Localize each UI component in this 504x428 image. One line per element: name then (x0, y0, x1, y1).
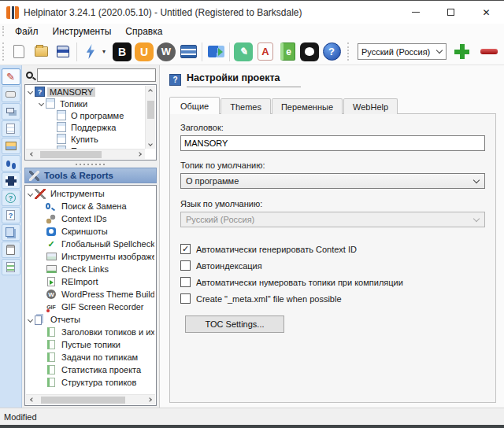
tab-documents[interactable] (2, 224, 20, 241)
splitter-handle[interactable] (22, 160, 159, 168)
minimize-button[interactable] (398, 1, 433, 24)
report-empty-topics[interactable]: Пустые топики (26, 338, 154, 351)
report-topic-tasks[interactable]: Задачи по типикам (26, 351, 154, 363)
tab-themes[interactable]: Themes (220, 98, 271, 114)
scroll-left-arrow[interactable] (26, 395, 36, 404)
tool-context-ids[interactable]: Context IDs (26, 212, 154, 225)
checkbox-unchecked[interactable] (180, 277, 191, 287)
compile-options-button[interactable]: ▾ (102, 41, 111, 63)
checkbox-autogen-context-id[interactable]: ✓ Автоматически генерировать Context ID (180, 244, 485, 254)
tab-keywords[interactable] (2, 86, 20, 102)
tab-video[interactable] (2, 172, 20, 189)
menu-tools[interactable]: Инструменты (46, 24, 119, 39)
epub-export-button[interactable]: e (276, 41, 298, 63)
checkbox-unchecked[interactable] (180, 260, 191, 271)
scroll-left-arrow[interactable] (26, 149, 36, 159)
menu-help[interactable]: Справка (118, 24, 169, 39)
tool-reimport[interactable]: REImport (26, 275, 154, 288)
windows-cascade-icon (6, 108, 14, 113)
tree-item-reports[interactable]: Отчеты (26, 313, 154, 326)
tool-gif-recorder[interactable]: GIF GIF Screen Recorder (26, 301, 154, 313)
compile-button[interactable] (80, 41, 102, 63)
report-topic-titles[interactable]: Заголовки топиков и их (26, 326, 154, 338)
tool-wp-theme-builder[interactable]: W WordPress Theme Builder (26, 288, 154, 301)
tab-variables[interactable]: Переменные (272, 98, 343, 114)
tab-edit[interactable]: ✎ (2, 68, 20, 85)
remove-language-button[interactable] (480, 49, 498, 54)
checkbox-unchecked[interactable] (180, 293, 191, 304)
menu-grip[interactable] (2, 26, 5, 36)
tool-image-tools[interactable]: Инструменты изображений (26, 250, 154, 263)
tab-images[interactable] (2, 138, 20, 154)
tab-clipboard[interactable] (2, 242, 20, 258)
tools-tree: Инструменты Поиск & Замена Context IDs С… (24, 185, 157, 406)
report-project-stats[interactable]: Статистика проекта (26, 363, 154, 376)
project-tree: ? MANSORY Топики О программе (24, 84, 157, 160)
chevron-down-icon[interactable] (26, 90, 35, 94)
tab-checklist[interactable] (2, 259, 20, 275)
tool-search-replace[interactable]: Поиск & Замена (26, 200, 154, 212)
toc-settings-button[interactable]: TOC Settings... (185, 315, 284, 333)
spellcheck-icon: ✓ (46, 239, 57, 249)
save-project-button[interactable] (52, 41, 74, 63)
tab-windows[interactable] (2, 103, 20, 120)
maximize-button[interactable] (433, 1, 469, 24)
vertical-scrollbar[interactable] (145, 86, 155, 149)
tool-screenshots[interactable]: Скриншоты (26, 225, 154, 238)
quill-export-button[interactable]: ✎ (232, 41, 254, 63)
search-input[interactable] (37, 68, 156, 82)
tab-webhelp[interactable]: WebHelp (343, 98, 398, 114)
close-button[interactable]: ✕ (469, 1, 504, 24)
tool-check-links[interactable]: Check Links (26, 263, 154, 275)
toolbar-grip[interactable] (347, 42, 350, 61)
github-export-button[interactable] (298, 41, 321, 63)
scroll-right-arrow[interactable] (135, 149, 145, 159)
scrollbar-thumb[interactable] (40, 151, 102, 158)
help-button[interactable]: ? (321, 41, 343, 63)
chevron-down-icon[interactable] (26, 192, 35, 196)
checkbox-create-meta-xml[interactable]: Create "_meta.xml" file when possible (180, 293, 485, 304)
scroll-up-arrow[interactable] (146, 86, 156, 95)
toolbar-grip[interactable] (2, 42, 5, 61)
checkbox-checked[interactable]: ✓ (180, 244, 191, 254)
window-title: Helpinator 3.24.1 (2020.05.10) - Untitle… (24, 7, 302, 18)
horizontal-scrollbar[interactable] (26, 394, 155, 404)
chevron-down-icon[interactable] (26, 318, 35, 322)
pdf-export-button[interactable]: A (254, 41, 276, 63)
add-language-button[interactable] (454, 44, 469, 59)
language-select[interactable]: Русский (Россия) (358, 43, 447, 60)
screenshots-icon (46, 227, 56, 236)
tab-quizzes[interactable]: ? (2, 207, 20, 223)
scrollbar-thumb[interactable] (41, 397, 126, 404)
scroll-right-arrow[interactable] (145, 395, 155, 404)
default-topic-select[interactable]: О программе (180, 173, 485, 189)
tree-item-support[interactable]: Поддержка (26, 121, 145, 133)
tree-item-topics[interactable]: Топики (26, 98, 145, 109)
scroll-down-arrow[interactable] (146, 139, 156, 149)
report-topic-structure[interactable]: Структура топиков (26, 376, 154, 389)
open-project-button[interactable] (30, 41, 52, 63)
scrollbar-thumb[interactable] (147, 101, 154, 120)
new-project-button[interactable] (8, 41, 30, 63)
horizontal-scrollbar[interactable] (26, 149, 145, 159)
checkbox-autoindex[interactable]: Автоиндексация (180, 260, 485, 271)
tab-general[interactable]: Общие (169, 97, 220, 114)
publish-button[interactable] (205, 41, 227, 63)
tab-faq[interactable]: ? (2, 190, 20, 206)
tab-notes[interactable] (2, 120, 20, 137)
b-export-button[interactable]: B (111, 41, 133, 63)
project-title-input[interactable] (180, 135, 485, 151)
tree-item-buy[interactable]: Купить (26, 133, 145, 145)
tree-item-mansory[interactable]: ? MANSORY (26, 86, 145, 98)
ucoz-export-button[interactable]: U (133, 41, 155, 63)
wordpress-export-button[interactable]: W (155, 41, 177, 63)
tool-spellcheck[interactable]: ✓ Глобальный Spellcheck (26, 238, 154, 250)
tab-step-guides[interactable] (2, 155, 20, 172)
knowledge-base-button[interactable] (177, 41, 199, 63)
topic-icon (57, 122, 66, 132)
menu-file[interactable]: Файл (8, 24, 46, 39)
tree-item-instruments[interactable]: Инструменты (26, 187, 154, 200)
tree-item-about[interactable]: О программе (26, 109, 145, 121)
chevron-down-icon[interactable] (37, 101, 46, 105)
checkbox-autonumber-topics[interactable]: Автоматически нумеровать топики при комп… (180, 277, 485, 287)
